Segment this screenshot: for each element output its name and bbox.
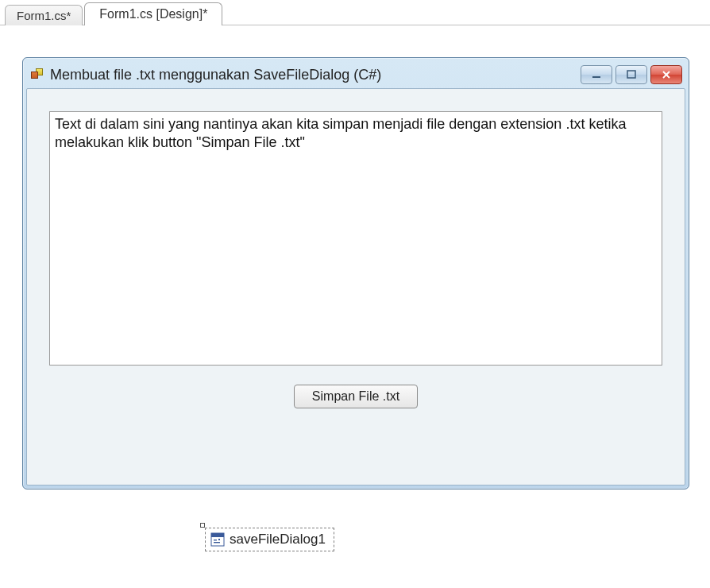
tab-strip: Form1.cs* Form1.cs [Design]* <box>0 0 710 25</box>
content-textbox[interactable] <box>49 111 662 366</box>
component-tray: saveFileDialog1 <box>205 528 334 551</box>
window-buttons <box>581 65 682 84</box>
tab-label: Form1.cs* <box>17 9 71 22</box>
maximize-icon <box>626 70 637 79</box>
tab-form1-cs[interactable]: Form1.cs* <box>5 5 83 25</box>
minimize-button[interactable] <box>581 65 612 84</box>
savefiledialog-icon <box>210 532 225 547</box>
window-title: Membuat file .txt menggunakan SaveFileDi… <box>50 67 581 83</box>
savefiledialog-component[interactable]: saveFileDialog1 <box>205 528 334 551</box>
title-bar[interactable]: Membuat file .txt menggunakan SaveFileDi… <box>26 61 685 88</box>
svg-rect-5 <box>211 533 224 537</box>
minimize-icon <box>591 70 602 79</box>
component-label: saveFileDialog1 <box>230 532 326 547</box>
save-file-button[interactable]: Simpan File .txt <box>294 385 418 408</box>
svg-rect-6 <box>214 540 217 540</box>
maximize-button[interactable] <box>615 65 647 84</box>
form-icon <box>31 68 44 81</box>
svg-rect-7 <box>214 542 220 543</box>
design-canvas: Membuat file .txt menggunakan SaveFileDi… <box>0 25 710 551</box>
tab-label: Form1.cs [Design]* <box>99 7 207 21</box>
selection-handle[interactable] <box>200 523 205 528</box>
svg-rect-1 <box>627 71 635 78</box>
tab-form1-cs-design[interactable]: Form1.cs [Design]* <box>84 2 222 25</box>
svg-rect-0 <box>592 76 600 78</box>
form-client-area[interactable]: Simpan File .txt <box>26 88 685 485</box>
svg-rect-8 <box>218 539 220 540</box>
close-button[interactable] <box>650 65 682 84</box>
close-icon <box>661 70 672 79</box>
form-window[interactable]: Membuat file .txt menggunakan SaveFileDi… <box>22 57 689 489</box>
